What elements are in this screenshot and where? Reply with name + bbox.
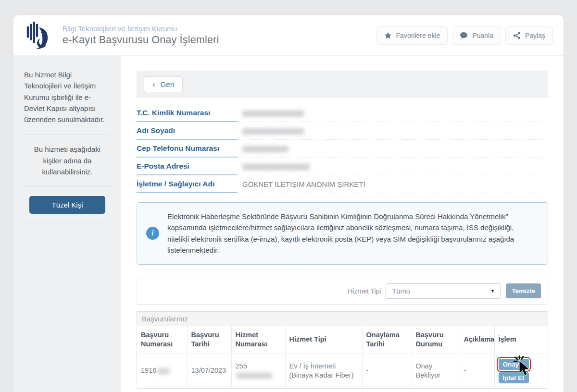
cep-telefonu-label: Cep Telefonu Numarası xyxy=(137,144,242,153)
share-icon xyxy=(513,32,521,39)
isletme-label: İşletme / Sağlayıcı Adı xyxy=(137,180,242,188)
col-hizmet-numarasi: Hizmet Numarası xyxy=(231,326,285,354)
application-status-cell: Onay Bekliyor xyxy=(412,354,460,388)
tc-kimlik-value xyxy=(242,109,304,117)
info-box: i Elektronik Haberleşme Sektöründe Başvu… xyxy=(137,202,548,265)
service-type-filter-label: Hizmet Tipi xyxy=(348,287,381,295)
clear-filter-button[interactable]: Temizle xyxy=(506,283,541,298)
redacted-value xyxy=(237,373,272,379)
isletme-value: GÖKNET İLETİŞİM ANONİM ŞİRKETİ xyxy=(242,180,365,188)
back-button-label: Geri xyxy=(161,80,174,88)
description-cell: - xyxy=(460,354,494,388)
chevron-left-icon: ‹ xyxy=(152,80,155,88)
sidebar-delegate-note: Bu hizmeti aşağıdaki kişiler adına da ku… xyxy=(24,144,111,177)
back-button[interactable]: ‹ Geri xyxy=(144,76,183,92)
sidebar: Bu hizmet Bilgi Teknolojileri ve İletişi… xyxy=(13,56,121,392)
redacted-value xyxy=(157,368,170,374)
service-number-cell: 255 xyxy=(231,354,285,388)
redacted-value xyxy=(242,164,310,170)
service-card: Bilgi Teknolojileri ve İletişim Kurumu e… xyxy=(13,15,564,392)
page-title: e-Kayıt Başvurusu Onay İşlemleri xyxy=(63,34,219,46)
share-label: Paylaş xyxy=(525,32,545,39)
organization-name: Bilgi Teknolojileri ve İletişim Kurumu xyxy=(63,24,219,33)
col-islem: İşlem xyxy=(494,326,548,354)
application-number-visible: 1916 xyxy=(141,367,156,374)
chevron-down-icon: ▼ xyxy=(490,288,495,294)
star-icon xyxy=(384,32,392,39)
application-number-cell: 1916 xyxy=(137,354,187,388)
sidebar-divider xyxy=(23,186,112,187)
main-content: ‹ Geri T.C. Kimlik Numarası Adı Soyadı C… xyxy=(121,56,564,392)
service-number-visible: 255 xyxy=(236,362,247,370)
redacted-value xyxy=(242,146,288,152)
add-to-favorites-button[interactable]: Favorilere ekle xyxy=(376,26,448,45)
eposta-value xyxy=(242,162,310,171)
speech-bubble-icon xyxy=(460,32,468,39)
field-row-tc-kimlik: T.C. Kimlik Numarası xyxy=(137,104,548,122)
sidebar-divider xyxy=(23,134,112,135)
col-onaylama-tarihi: Onaylama Tarihi xyxy=(362,326,412,354)
cancel-button[interactable]: İptal Et xyxy=(499,372,529,383)
cep-telefonu-value xyxy=(242,145,288,153)
page-header: Bilgi Teknolojileri ve İletişim Kurumu e… xyxy=(13,15,564,56)
applications-table: Başvuru Numarası Başvuru Tarihi Hizmet N… xyxy=(137,326,548,388)
col-hizmet-tipi: Hizmet Tipi xyxy=(285,326,362,354)
filter-bar: Hizmet Tipi Tümü ▼ Temizle xyxy=(137,278,548,305)
applicant-details-form: T.C. Kimlik Numarası Adı Soyadı Cep Tele… xyxy=(137,104,548,193)
applications-table-title: Başvurularınız xyxy=(137,312,548,326)
table-row: 1916 13/07/2023 255 Ev / İş İnterneti (B… xyxy=(137,354,548,388)
service-type-cell: Ev / İş İnterneti (Binaya Kadar Fiber) xyxy=(285,354,362,388)
approval-date-cell: - xyxy=(362,354,412,388)
info-text: Elektronik Haberleşme Sektöründe Başvuru… xyxy=(167,212,514,254)
btk-logo-icon xyxy=(26,21,52,50)
header-actions: Favorilere ekle Puanla Paylaş xyxy=(376,26,553,45)
share-button[interactable]: Paylaş xyxy=(505,26,553,45)
col-basvuru-tarihi: Başvuru Tarihi xyxy=(187,326,231,354)
add-to-favorites-label: Favorilere ekle xyxy=(396,32,440,39)
sidebar-service-note: Bu hizmet Bilgi Teknolojileri ve İletişi… xyxy=(24,69,111,125)
application-date-cell: 13/07/2023 xyxy=(187,354,231,388)
adi-soyadi-value xyxy=(242,127,304,135)
actions-cell: Onayla xyxy=(494,354,548,388)
col-aciklama: Açıklama xyxy=(460,326,494,354)
info-icon: i xyxy=(146,227,159,240)
rate-button[interactable]: Puanla xyxy=(452,26,501,45)
tc-kimlik-label: T.C. Kimlik Numarası xyxy=(137,109,242,117)
adi-soyadi-label: Adı Soyadı xyxy=(137,126,242,135)
redacted-value xyxy=(242,128,304,135)
field-row-cep-telefonu: Cep Telefonu Numarası xyxy=(137,140,548,158)
field-row-isletme: İşletme / Sağlayıcı Adı GÖKNET İLETİŞİM … xyxy=(137,175,548,193)
legal-entity-button[interactable]: Tüzel Kişi xyxy=(29,196,105,214)
col-basvuru-numarasi: Başvuru Numarası xyxy=(137,326,187,354)
service-type-select[interactable]: Tümü ▼ xyxy=(386,283,501,299)
field-row-eposta: E-Posta Adresi xyxy=(137,158,548,175)
approve-button[interactable]: Onayla xyxy=(499,359,529,370)
rate-label: Puanla xyxy=(472,32,493,39)
field-row-adi-soyadi: Adı Soyadı xyxy=(137,122,548,140)
service-type-selected-value: Tümü xyxy=(392,287,410,295)
col-basvuru-durumu: Başvuru Durumu xyxy=(412,326,460,354)
eposta-label: E-Posta Adresi xyxy=(137,162,242,171)
redacted-value xyxy=(242,110,304,117)
header-titles: Bilgi Teknolojileri ve İletişim Kurumu e… xyxy=(63,24,219,46)
sidebar-divider xyxy=(23,223,112,223)
applications-table-box: Başvurularınız Başvuru Numarası Başvuru … xyxy=(137,311,548,389)
back-strip: ‹ Geri xyxy=(137,71,548,98)
table-header-row: Başvuru Numarası Başvuru Tarihi Hizmet N… xyxy=(137,326,548,354)
